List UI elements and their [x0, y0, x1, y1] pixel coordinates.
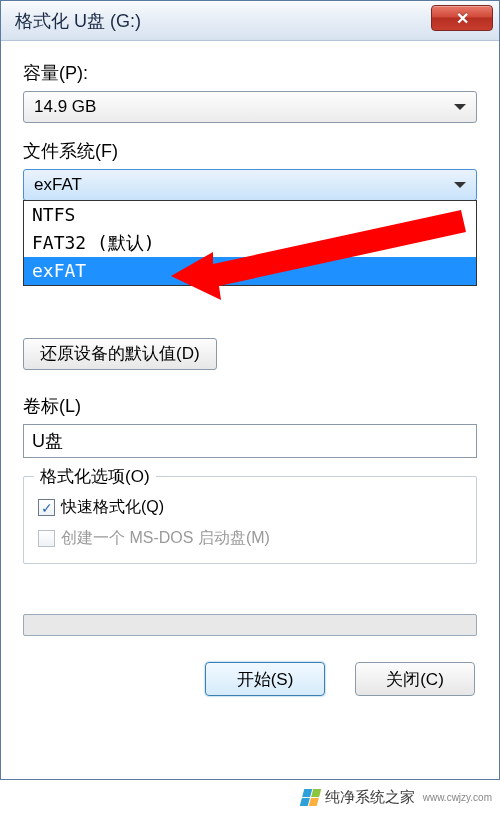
filesystem-option-fat32[interactable]: FAT32 (默认) — [24, 229, 476, 257]
filesystem-option-ntfs[interactable]: NTFS — [24, 201, 476, 229]
format-options-group: 格式化选项(O) ✓ 快速格式化(Q) 创建一个 MS-DOS 启动盘(M) — [23, 476, 477, 564]
close-button[interactable]: 关闭(C) — [355, 662, 475, 696]
format-options-title: 格式化选项(O) — [34, 465, 156, 488]
restore-defaults-button[interactable]: 还原设备的默认值(D) — [23, 338, 217, 370]
volume-label: 卷标(L) — [23, 394, 477, 418]
quick-format-row[interactable]: ✓ 快速格式化(Q) — [38, 497, 462, 518]
window-title: 格式化 U盘 (G:) — [15, 9, 141, 33]
msdos-boot-label: 创建一个 MS-DOS 启动盘(M) — [61, 528, 270, 549]
volume-input[interactable] — [23, 424, 477, 458]
filesystem-option-exfat[interactable]: exFAT — [24, 257, 476, 285]
chevron-down-icon — [454, 182, 466, 188]
close-window-button[interactable]: ✕ — [431, 5, 493, 31]
filesystem-dropdown: NTFS FAT32 (默认) exFAT — [23, 200, 477, 286]
capacity-select[interactable]: 14.9 GB — [23, 91, 477, 123]
dialog-body: 容量(P): 14.9 GB 文件系统(F) exFAT NTFS FAT32 … — [1, 41, 499, 708]
watermark-text: 纯净系统之家 — [325, 788, 415, 807]
capacity-label: 容量(P): — [23, 61, 477, 85]
filesystem-value: exFAT — [34, 175, 454, 195]
watermark-url: www.cwjzy.com — [423, 792, 492, 803]
button-row: 开始(S) 关闭(C) — [23, 662, 477, 696]
chevron-down-icon — [454, 104, 466, 110]
close-icon: ✕ — [456, 9, 469, 28]
capacity-value: 14.9 GB — [34, 97, 454, 117]
format-dialog: 格式化 U盘 (G:) ✕ 容量(P): 14.9 GB 文件系统(F) exF… — [0, 0, 500, 780]
titlebar[interactable]: 格式化 U盘 (G:) ✕ — [1, 1, 499, 41]
watermark: 纯净系统之家 www.cwjzy.com — [294, 780, 500, 814]
start-button[interactable]: 开始(S) — [205, 662, 325, 696]
watermark-logo-icon — [299, 789, 321, 806]
progress-bar — [23, 614, 477, 636]
msdos-boot-row: 创建一个 MS-DOS 启动盘(M) — [38, 528, 462, 549]
quick-format-label: 快速格式化(Q) — [61, 497, 164, 518]
msdos-boot-checkbox — [38, 530, 55, 547]
filesystem-label: 文件系统(F) — [23, 139, 477, 163]
quick-format-checkbox[interactable]: ✓ — [38, 499, 55, 516]
filesystem-select[interactable]: exFAT — [23, 169, 477, 201]
